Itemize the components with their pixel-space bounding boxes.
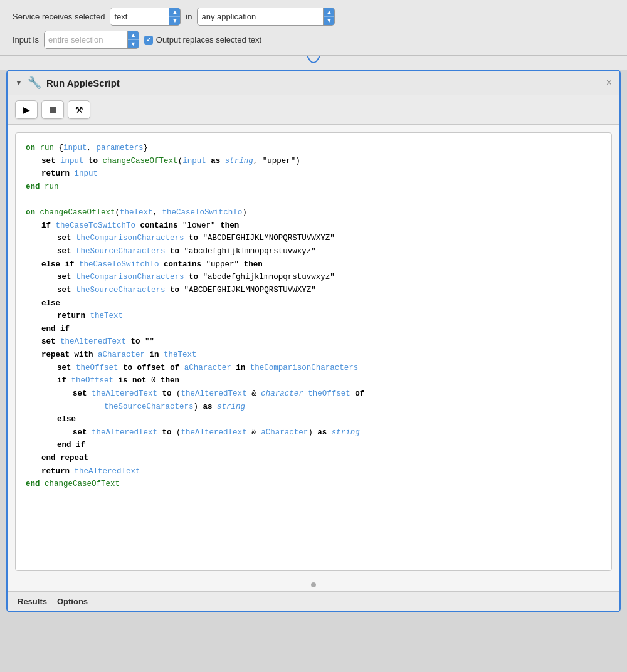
output-checkbox-row[interactable]: Output replaces selected text [144, 35, 261, 45]
output-label: Output replaces selected text [156, 35, 261, 45]
code-line-11: set theComparisonCharacters to "abcdefgh… [26, 271, 601, 284]
application-select[interactable]: any application Finder Safari [198, 8, 323, 25]
input-type-select[interactable]: text files or folders [110, 8, 169, 25]
play-button[interactable]: ▶ [15, 100, 38, 119]
hammer-icon: ⚒ [75, 105, 83, 115]
code-line-26: return theAlteredText [26, 465, 601, 478]
collapse-arrow-icon[interactable]: ▼ [15, 78, 23, 87]
panel-header: ▼ 🔧 Run AppleScript × [8, 71, 619, 95]
main-panel: ▼ 🔧 Run AppleScript × ▶ ⚒ on run {input,… [6, 70, 621, 612]
input-is-label: Input is [13, 35, 39, 45]
service-receives-label: Service receives selected [13, 12, 105, 21]
code-line-21: theSourceCharacters) as string [26, 401, 601, 414]
code-line-13: else [26, 297, 601, 310]
tab-options[interactable]: Options [57, 597, 88, 606]
header-row-1: Service receives selected text files or … [13, 8, 614, 26]
code-line-5 [26, 194, 601, 207]
code-line-17: repeat with aCharacter in theText [26, 349, 601, 362]
input-type-up-btn[interactable]: ▲ [169, 8, 180, 17]
code-line-1: on run {input, parameters} [26, 142, 601, 155]
bottom-tabs: Results Options [8, 591, 619, 611]
code-line-23: set theAlteredText to (theAlteredText & … [26, 426, 601, 439]
code-line-8: set theComparisonCharacters to "ABCDEFGH… [26, 232, 601, 245]
code-line-4: end run [26, 181, 601, 194]
code-line-22: else [26, 413, 601, 426]
code-line-16: set theAlteredText to "" [26, 335, 601, 349]
input-type-down-btn[interactable]: ▼ [169, 17, 180, 25]
code-line-14: return theText [26, 310, 601, 323]
code-line-9: set theSourceCharacters to "abcdefghijkl… [26, 245, 601, 258]
code-line-24: end if [26, 439, 601, 452]
code-line-27: end changeCaseOfText [26, 478, 601, 491]
input-is-dropdown[interactable]: entire selection each item separately ▲ … [44, 31, 139, 49]
connector-shape [295, 56, 332, 70]
application-up-btn[interactable]: ▲ [324, 8, 334, 17]
toolbar: ▶ ⚒ [8, 95, 619, 125]
header-row-2: Input is entire selection each item sepa… [13, 31, 614, 49]
code-line-10: else if theCaseToSwitchTo contains "uppe… [26, 258, 601, 271]
code-line-20: set theAlteredText to (theAlteredText & … [26, 387, 601, 401]
code-line-2: set input to changeCaseOfText(input as s… [26, 155, 601, 168]
connector-area [0, 56, 627, 70]
input-is-stepper: ▲ ▼ [127, 31, 139, 48]
in-label: in [186, 12, 192, 21]
code-line-25: end repeat [26, 452, 601, 465]
application-stepper: ▲ ▼ [323, 8, 334, 25]
application-dropdown[interactable]: any application Finder Safari ▲ ▼ [197, 8, 335, 26]
input-type-dropdown[interactable]: text files or folders ▲ ▼ [110, 8, 181, 26]
code-line-19: if theOffset is not 0 then [26, 374, 601, 387]
close-button[interactable]: × [606, 77, 612, 88]
compile-button[interactable]: ⚒ [68, 100, 90, 119]
panel-title: Run AppleScript [46, 78, 601, 88]
code-line-12: set theSourceCharacters to "ABCDEFGHIJKL… [26, 284, 601, 297]
code-line-7: if theCaseToSwitchTo contains "lower" th… [26, 219, 601, 233]
tab-results[interactable]: Results [18, 597, 47, 606]
divider-dot [311, 582, 316, 587]
stop-icon [50, 107, 56, 113]
input-is-select[interactable]: entire selection each item separately [45, 31, 127, 48]
code-line-15: end if [26, 323, 601, 336]
code-line-3: return input [26, 167, 601, 181]
applescript-icon: 🔧 [28, 76, 41, 90]
application-down-btn[interactable]: ▼ [324, 17, 334, 25]
input-type-stepper: ▲ ▼ [169, 8, 180, 25]
code-editor[interactable]: on run {input, parameters} set input to … [15, 132, 612, 571]
code-line-6: on changeCaseOfText(theText, theCaseToSw… [26, 206, 601, 219]
play-icon: ▶ [23, 105, 30, 115]
input-is-up-btn[interactable]: ▲ [128, 31, 139, 40]
header-bar: Service receives selected text files or … [0, 0, 627, 56]
stop-button[interactable] [41, 100, 64, 119]
divider-dot-row [8, 579, 619, 591]
code-line-18: set theOffset to offset of aCharacter in… [26, 362, 601, 375]
input-is-down-btn[interactable]: ▼ [128, 40, 139, 48]
output-checkbox[interactable] [144, 36, 153, 45]
